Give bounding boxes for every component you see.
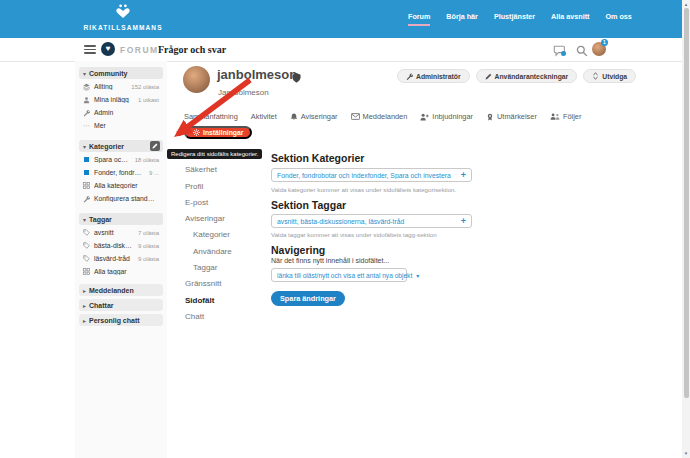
scroll-down-icon[interactable]: ▾ xyxy=(682,450,690,456)
prefs-nav-epost[interactable]: E-post xyxy=(185,195,265,211)
administrator-button[interactable]: Administratör xyxy=(397,69,470,83)
sidebar-item-label: Spara och investera xyxy=(94,156,131,163)
sidebar-item-konfigurera-standardvarden[interactable]: Konfigurera standardvärden xyxy=(79,192,163,205)
sidebar-section-chattar[interactable]: ▸ Chattar xyxy=(79,299,163,311)
user-notes-button[interactable]: Användaranteckningar xyxy=(476,69,578,83)
tab-aktivitet[interactable]: Aktivitet xyxy=(251,112,277,121)
prefs-nav-anvandare[interactable]: Användare xyxy=(185,244,265,260)
forum-logo-icon[interactable]: ♥ xyxy=(101,42,115,56)
plus-icon[interactable]: + xyxy=(461,216,466,226)
categories-selected-values: Fonder, fondrobotar och indexfonder, Spa… xyxy=(277,172,461,179)
prefs-nav-chatt[interactable]: Chatt xyxy=(185,309,265,325)
top-header-bar: RIKATILLSAMMANS Forum Börja här Plustjän… xyxy=(0,0,682,38)
sidebar-item-mina-inlagg[interactable]: Mina inlägg 1 utkast xyxy=(79,93,163,106)
sidebar-item-admin[interactable]: Admin xyxy=(79,106,163,119)
sidebar-item-alla-taggar[interactable]: Alla taggar xyxy=(79,265,163,278)
tab-meddelanden[interactable]: Meddelanden xyxy=(351,112,408,121)
profile-action-buttons: Administratör Användaranteckningar Utvid… xyxy=(397,69,636,83)
chevron-right-icon: ▸ xyxy=(83,287,86,294)
sidebar-section-community[interactable]: ▾ Community xyxy=(79,67,163,79)
chevron-right-icon: ▸ xyxy=(83,317,86,324)
grid-icon xyxy=(83,268,90,276)
sidebar-section-personlig-chatt[interactable]: ▸ Personlig chatt xyxy=(79,314,163,326)
notification-count-badge: 1 xyxy=(601,39,608,46)
topnav-item-alla-avsnitt[interactable]: Alla avsnitt xyxy=(551,12,589,26)
navigation-dropdown[interactable]: länka till oläst/nytt och visa ett antal… xyxy=(271,268,407,282)
topnav-item-om-oss[interactable]: Om oss xyxy=(605,12,631,26)
button-label: Användaranteckningar xyxy=(495,73,569,80)
topnav-item-plustjanster[interactable]: Plustjänster xyxy=(494,12,535,26)
prefs-nav-granssnitt[interactable]: Gränssnitt xyxy=(185,276,265,292)
section-label: Personlig chatt xyxy=(89,317,140,324)
unread-badge: 9 olästa xyxy=(138,256,159,262)
topnav-item-borja-har[interactable]: Börja här xyxy=(446,12,478,26)
prefs-nav-profil[interactable]: Profil xyxy=(185,179,265,195)
chat-notification-dot xyxy=(561,51,566,56)
prefs-nav-taggar[interactable]: Taggar xyxy=(185,260,265,276)
button-label: Inställningar xyxy=(203,129,243,136)
plus-icon[interactable]: + xyxy=(461,170,466,180)
save-changes-button[interactable]: Spara ändringar xyxy=(271,291,345,306)
button-label: Utvidga xyxy=(602,73,627,80)
user-plus-icon xyxy=(420,113,429,121)
category-square-icon xyxy=(83,169,90,177)
chevron-down-icon: ▾ xyxy=(83,143,86,150)
chevron-down-icon: ▾ xyxy=(83,70,86,77)
sidebar-item-fonder[interactable]: Fonder, fondrobotar o... 9 ... xyxy=(79,166,163,179)
expand-button[interactable]: Utvidga xyxy=(583,69,636,83)
scroll-up-icon[interactable]: ▴ xyxy=(682,1,690,7)
site-title[interactable]: Frågor och svar xyxy=(158,44,226,55)
chevron-right-icon: ▸ xyxy=(83,302,86,309)
caret-down-icon: ▾ xyxy=(416,272,419,279)
sidebar-section-taggar[interactable]: ▾ Taggar xyxy=(79,213,163,225)
chat-icon[interactable] xyxy=(553,43,566,56)
topnav-item-forum[interactable]: Forum xyxy=(408,12,430,26)
category-square-icon xyxy=(83,156,90,164)
tab-aviseringar[interactable]: Aviseringar xyxy=(290,112,338,121)
sidebar-item-lasvard-trad[interactable]: läsvärd-tråd 9 olästa xyxy=(79,252,163,265)
sidebar-section-meddelanden[interactable]: ▸ Meddelanden xyxy=(79,284,163,296)
page: RIKATILLSAMMANS Forum Börja här Plustjän… xyxy=(0,0,690,458)
sidebar-section-kategorier[interactable]: ▾ Kategorier xyxy=(79,140,163,152)
sidebar-toggle-hamburger-icon[interactable] xyxy=(84,45,96,54)
tab-label: Utmärkelser xyxy=(497,112,537,121)
tab-utmarkelser[interactable]: Utmärkelser xyxy=(486,112,537,121)
prefs-nav-aviseringar[interactable]: Aviseringar xyxy=(185,211,265,227)
tags-selected-values: avsnitt, bästa-diskussionerna, läsvärd-t… xyxy=(277,218,461,225)
sidebar-item-label: avsnitt xyxy=(94,229,134,236)
navigation-description: När det finns nytt innehåll i sidofältet… xyxy=(271,257,389,264)
unread-badge: 9 ... xyxy=(149,170,159,176)
prefs-nav-sakerhet[interactable]: Säkerhet xyxy=(185,162,265,178)
scrollbar-thumb[interactable] xyxy=(684,8,689,398)
tag-icon xyxy=(83,242,90,250)
brand-logo[interactable]: RIKATILLSAMMANS xyxy=(78,4,168,31)
search-icon[interactable] xyxy=(576,43,589,56)
prefs-nav-kategorier[interactable]: Kategorier xyxy=(185,227,265,243)
sidebar-item-alla-kategorier[interactable]: Alla kategorier xyxy=(79,179,163,192)
sidebar-item-label: bästa-diskussionerna xyxy=(94,242,134,249)
pencil-icon xyxy=(152,143,158,149)
scrollbar-track[interactable]: ▴ ▾ xyxy=(682,0,690,458)
settings-button[interactable]: Inställningar xyxy=(184,126,252,139)
categories-select-input[interactable]: Fonder, fondrobotar och indexfonder, Spa… xyxy=(271,168,472,182)
tab-foljer[interactable]: Följer xyxy=(550,112,581,121)
tags-select-input[interactable]: avsnitt, bästa-diskussionerna, läsvärd-t… xyxy=(271,214,472,228)
profile-username: janbolmeson xyxy=(217,67,297,82)
sidebar-item-allting[interactable]: Allting 152 olästa xyxy=(79,80,163,93)
sidebar-item-label: Mer xyxy=(94,122,155,129)
sidebar-item-mer[interactable]: ⋯ Mer xyxy=(79,119,163,132)
profile-avatar xyxy=(183,66,210,93)
tab-inbjudningar[interactable]: Inbjudningar xyxy=(420,112,473,121)
tab-sammanfattning[interactable]: Sammanfattning xyxy=(184,112,238,121)
sidebar-item-label: Alla kategorier xyxy=(94,182,155,189)
section-label: Meddelanden xyxy=(89,287,134,294)
wrench-icon xyxy=(83,109,90,117)
prefs-nav-sidofalt[interactable]: Sidofält xyxy=(185,293,265,309)
medal-icon xyxy=(486,113,494,121)
edit-categories-pencil-button[interactable] xyxy=(150,141,160,151)
sidebar-item-spara-och-investera[interactable]: Spara och investera 18 olästa xyxy=(79,153,163,166)
tab-label: Inbjudningar xyxy=(432,112,473,121)
sidebar-item-label: Mina inlägg xyxy=(94,96,134,103)
sidebar-item-basta-diskussionerna[interactable]: bästa-diskussionerna 9 olästa xyxy=(79,239,163,252)
sidebar-item-avsnitt[interactable]: avsnitt 7 olästa xyxy=(79,226,163,239)
